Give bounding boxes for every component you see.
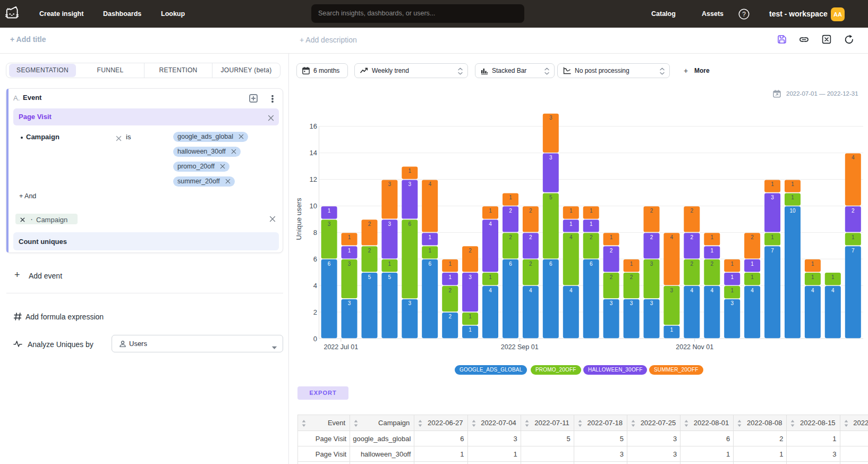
svg-text:2: 2 xyxy=(711,261,714,267)
svg-text:3: 3 xyxy=(388,221,392,227)
svg-text:14: 14 xyxy=(310,149,317,157)
svg-text:1: 1 xyxy=(590,221,593,227)
svg-text:3: 3 xyxy=(549,115,552,121)
svg-text:2022 Sep 01: 2022 Sep 01 xyxy=(501,343,539,351)
svg-text:3: 3 xyxy=(348,261,351,267)
svg-text:3: 3 xyxy=(469,274,472,280)
svg-text:4: 4 xyxy=(670,234,674,240)
svg-text:3: 3 xyxy=(670,288,674,293)
svg-text:3: 3 xyxy=(730,300,734,306)
svg-text:6: 6 xyxy=(328,261,331,267)
svg-text:4: 4 xyxy=(811,288,814,293)
svg-text:1: 1 xyxy=(730,274,734,280)
svg-text:7: 7 xyxy=(852,248,855,254)
svg-text:2: 2 xyxy=(368,221,371,227)
svg-text:2: 2 xyxy=(448,314,452,319)
svg-text:2: 2 xyxy=(610,274,613,280)
svg-text:4: 4 xyxy=(691,288,694,293)
svg-text:5: 5 xyxy=(368,274,371,280)
svg-text:1: 1 xyxy=(791,181,794,187)
svg-text:1: 1 xyxy=(569,208,573,214)
svg-text:1: 1 xyxy=(469,327,472,333)
svg-text:2: 2 xyxy=(751,234,754,240)
svg-text:10: 10 xyxy=(310,202,317,210)
svg-text:1: 1 xyxy=(771,234,774,240)
svg-text:2: 2 xyxy=(529,208,532,214)
svg-text:4: 4 xyxy=(569,288,573,293)
svg-text:1: 1 xyxy=(730,288,734,293)
svg-text:2: 2 xyxy=(691,261,694,267)
svg-text:1: 1 xyxy=(489,274,492,280)
svg-text:2022 Jul 01: 2022 Jul 01 xyxy=(324,343,358,351)
svg-text:2: 2 xyxy=(469,248,472,254)
svg-text:6: 6 xyxy=(590,261,593,267)
svg-text:1: 1 xyxy=(811,261,814,267)
svg-text:2: 2 xyxy=(368,248,371,254)
svg-text:3: 3 xyxy=(610,300,613,306)
svg-text:1: 1 xyxy=(831,274,835,280)
svg-text:2: 2 xyxy=(630,274,633,280)
svg-text:1: 1 xyxy=(348,248,351,254)
svg-text:1: 1 xyxy=(711,248,714,254)
svg-text:3: 3 xyxy=(771,195,774,200)
svg-text:3: 3 xyxy=(409,300,412,306)
svg-text:1: 1 xyxy=(489,208,492,214)
svg-text:3: 3 xyxy=(549,155,552,161)
svg-text:1: 1 xyxy=(751,274,754,280)
svg-text:6: 6 xyxy=(409,221,412,227)
svg-text:2: 2 xyxy=(509,234,512,240)
svg-text:3: 3 xyxy=(650,261,653,267)
svg-text:16: 16 xyxy=(310,122,317,130)
svg-text:1: 1 xyxy=(791,195,794,200)
svg-text:6: 6 xyxy=(313,255,317,263)
svg-text:4: 4 xyxy=(489,221,492,227)
svg-text:7: 7 xyxy=(771,248,774,254)
svg-text:1: 1 xyxy=(852,234,855,240)
svg-text:1: 1 xyxy=(590,208,593,214)
svg-text:3: 3 xyxy=(388,181,392,187)
svg-text:1: 1 xyxy=(328,208,331,214)
svg-text:6: 6 xyxy=(509,261,512,267)
svg-text:1: 1 xyxy=(630,261,633,267)
svg-text:1: 1 xyxy=(670,327,674,333)
svg-text:4: 4 xyxy=(529,288,532,293)
svg-text:1: 1 xyxy=(428,248,431,254)
svg-text:1: 1 xyxy=(388,261,392,267)
svg-text:Unique users: Unique users xyxy=(295,198,303,240)
svg-text:1: 1 xyxy=(448,274,452,280)
svg-text:2022 Nov 01: 2022 Nov 01 xyxy=(676,343,713,351)
svg-text:1: 1 xyxy=(711,234,714,240)
svg-text:2: 2 xyxy=(610,248,613,254)
svg-text:3: 3 xyxy=(348,300,351,306)
svg-text:2: 2 xyxy=(650,234,653,240)
svg-text:2: 2 xyxy=(313,308,317,316)
svg-text:5: 5 xyxy=(388,274,392,280)
svg-text:12: 12 xyxy=(310,175,317,183)
svg-text:3: 3 xyxy=(328,221,331,227)
svg-text:4: 4 xyxy=(569,234,573,240)
svg-text:2: 2 xyxy=(691,234,694,240)
svg-text:1: 1 xyxy=(348,234,351,240)
svg-text:2: 2 xyxy=(529,234,532,240)
svg-text:4: 4 xyxy=(313,282,317,290)
svg-text:1: 1 xyxy=(428,234,431,240)
svg-text:?: ? xyxy=(742,11,746,18)
svg-text:8: 8 xyxy=(313,229,317,237)
svg-text:2: 2 xyxy=(852,208,855,214)
svg-text:5: 5 xyxy=(549,195,552,200)
svg-text:2: 2 xyxy=(448,288,452,293)
svg-text:2: 2 xyxy=(509,208,512,214)
svg-text:3: 3 xyxy=(630,300,633,306)
svg-text:2: 2 xyxy=(590,234,593,240)
svg-text:1: 1 xyxy=(569,221,573,227)
svg-text:1: 1 xyxy=(509,195,512,200)
svg-text:3: 3 xyxy=(650,300,653,306)
svg-text:1: 1 xyxy=(448,261,452,267)
svg-text:4: 4 xyxy=(489,288,492,293)
svg-text:1: 1 xyxy=(771,181,774,187)
svg-text:6: 6 xyxy=(428,261,431,267)
svg-text:1: 1 xyxy=(469,314,472,319)
svg-text:4: 4 xyxy=(428,181,431,187)
svg-text:4: 4 xyxy=(831,288,835,293)
svg-text:2: 2 xyxy=(691,208,694,214)
